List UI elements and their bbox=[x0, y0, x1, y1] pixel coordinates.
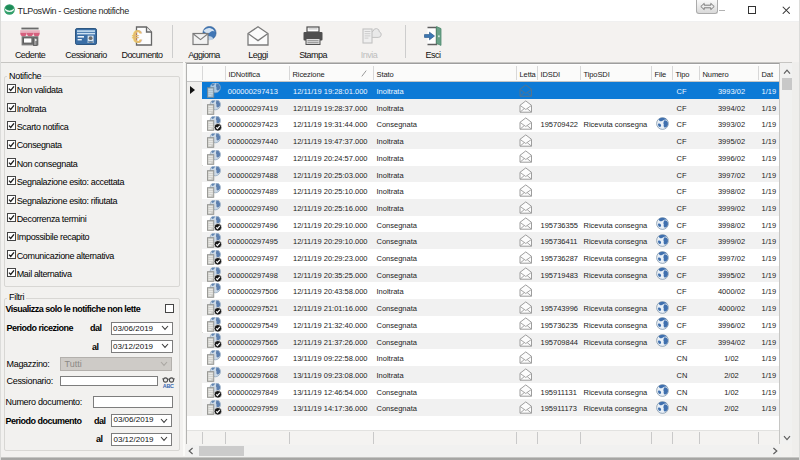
svg-text:€: € bbox=[132, 26, 143, 46]
svg-text:ABC: ABC bbox=[163, 383, 174, 389]
